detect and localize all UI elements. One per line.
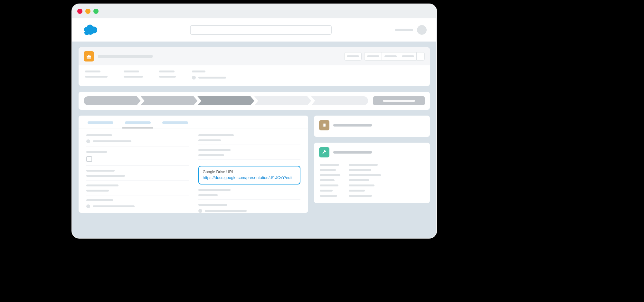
- detail-tab-2[interactable]: [125, 121, 151, 124]
- header-link[interactable]: [395, 29, 413, 31]
- google-drive-url-field[interactable]: Google Drive URL https://docs.google.com…: [198, 166, 301, 184]
- detail-checkbox[interactable]: [86, 156, 92, 162]
- related-card-2-col-1: [320, 164, 340, 197]
- record-title: [98, 55, 153, 58]
- page-content: Google Drive URL https://docs.google.com…: [72, 42, 436, 238]
- wrench-icon: [319, 147, 329, 157]
- highlight-field-2: [124, 71, 143, 78]
- record-header-card: [79, 47, 430, 86]
- header-action-button-4[interactable]: [399, 52, 416, 61]
- highlight-field-1: [85, 71, 108, 78]
- related-card-2-title: [333, 151, 372, 154]
- header-action-group: [364, 52, 425, 61]
- header-action-overflow[interactable]: [416, 52, 425, 61]
- related-card-1-title: [333, 124, 372, 127]
- path-step-4[interactable]: [254, 96, 311, 105]
- detail-card: Google Drive URL https://docs.google.com…: [79, 116, 308, 213]
- highlight-field-3: [159, 71, 176, 78]
- related-card-2: [314, 143, 430, 203]
- header-action-button-1[interactable]: [344, 52, 362, 61]
- window-titlebar: [72, 4, 436, 18]
- path-step-1[interactable]: [84, 96, 141, 105]
- user-avatar[interactable]: [417, 25, 427, 35]
- highlight-field-4: [192, 71, 226, 80]
- header-action-button-3[interactable]: [382, 52, 399, 61]
- detail-left-column: [86, 134, 189, 213]
- header-action-button-2[interactable]: [364, 52, 382, 61]
- detail-tab-1[interactable]: [88, 121, 113, 124]
- sales-path: [84, 96, 368, 105]
- detail-right-column: Google Drive URL https://docs.google.com…: [198, 134, 301, 213]
- detail-tabs: [79, 116, 308, 128]
- window-close-button[interactable]: [77, 9, 82, 14]
- path-card: [79, 92, 430, 110]
- record-type-crown-icon: [84, 51, 94, 61]
- path-step-3[interactable]: [197, 96, 254, 105]
- app-window: Google Drive URL https://docs.google.com…: [71, 4, 437, 239]
- path-step-2[interactable]: [141, 96, 198, 105]
- path-complete-button[interactable]: [373, 96, 425, 105]
- path-step-5[interactable]: [311, 96, 368, 105]
- google-drive-url-link[interactable]: https://docs.google.com/presentation/d/1…: [203, 175, 296, 180]
- detail-tab-3[interactable]: [162, 121, 188, 124]
- related-card-1: [314, 116, 430, 137]
- global-header: [72, 18, 436, 42]
- global-search-input[interactable]: [190, 25, 332, 35]
- window-minimize-button[interactable]: [85, 9, 90, 14]
- salesforce-cloud-logo: [82, 24, 100, 36]
- window-maximize-button[interactable]: [93, 9, 99, 14]
- copy-icon: [319, 120, 329, 130]
- google-drive-url-label: Google Drive URL: [203, 170, 296, 174]
- related-card-2-col-2: [349, 164, 381, 197]
